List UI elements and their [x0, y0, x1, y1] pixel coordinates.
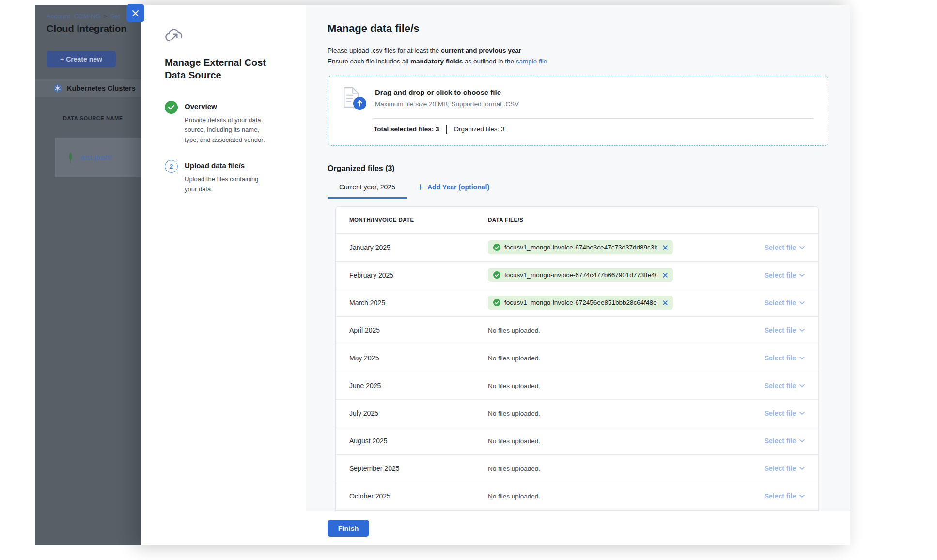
file-success-icon: [493, 299, 500, 306]
page-title: Cloud Integration: [47, 23, 127, 34]
month-row: March 2025focusv1_mongo-invoice-672456ee…: [336, 289, 818, 317]
chevron-down-icon: [799, 301, 805, 305]
step-overview-description: Provide details of your data source, inc…: [185, 115, 272, 145]
organized-files-count: Organized files: 3: [454, 125, 505, 133]
file-success-icon: [493, 271, 500, 279]
plus-icon: [418, 184, 423, 190]
month-row: August 2025No files uploaded.Select file: [336, 427, 818, 455]
file-cell: No files uploaded.: [488, 464, 742, 473]
kubernetes-icon: [53, 84, 62, 93]
dimmed-background-page: Account: CCM-NG>Set Cloud Integration + …: [35, 5, 141, 545]
step-overview[interactable]: Overview Provide details of your data so…: [165, 102, 292, 145]
file-cell: focusv1_mongo-invoice-672456ee851bbb28c6…: [488, 296, 742, 310]
select-file-dropdown[interactable]: Select file: [765, 271, 805, 279]
no-files-text: No files uploaded.: [488, 327, 540, 334]
tab-kubernetes-clusters-label: Kubernetes Clusters: [67, 84, 136, 92]
select-file-label: Select file: [765, 354, 796, 362]
step-overview-label: Overview: [185, 102, 272, 110]
organized-files-heading: Organized files (3): [328, 164, 828, 173]
breadcrumb: Account: CCM-NG>Set: [47, 13, 120, 20]
table-body: January 2025focusv1_mongo-invoice-674be3…: [336, 234, 818, 510]
manage-external-cost-drawer: Manage External Cost Data Source Overvie…: [141, 5, 850, 545]
content-scroll-area[interactable]: Manage data file/s Please upload .csv fi…: [306, 5, 850, 511]
sample-file-link[interactable]: sample file: [516, 58, 547, 65]
breadcrumb-separator: >: [104, 13, 108, 20]
tab-current-year[interactable]: Current year, 2025: [328, 183, 407, 199]
file-cell: No files uploaded.: [488, 436, 742, 445]
instruction-line-2-bold: mandatory fields: [410, 58, 463, 65]
uploaded-file-chip: focusv1_mongo-invoice-674be3ce47c73d37dd…: [488, 240, 673, 254]
select-file-label: Select file: [765, 409, 796, 417]
select-file-label: Select file: [765, 299, 796, 307]
instruction-line-2-text2: as outlined in the: [463, 58, 516, 65]
remove-file-icon[interactable]: [663, 300, 668, 305]
breadcrumb-current: Set: [110, 13, 120, 20]
select-file-dropdown[interactable]: Select file: [765, 382, 805, 389]
uploaded-file-chip: focusv1_mongo-invoice-6774c477b667901d77…: [488, 268, 673, 282]
file-cell: No files uploaded.: [488, 381, 742, 390]
file-success-icon: [493, 244, 500, 251]
drawer-content-panel: Manage data file/s Please upload .csv fi…: [306, 5, 850, 545]
select-file-dropdown[interactable]: Select file: [765, 354, 805, 362]
file-dropzone[interactable]: Drag and drop or click to choose file Ma…: [328, 76, 828, 146]
tab-kubernetes-clusters[interactable]: Kubernetes Clusters: [35, 79, 141, 97]
step-complete-check-icon: [165, 101, 178, 114]
instruction-line-1-text: Please upload .csv files for at least th…: [328, 47, 441, 54]
remove-file-icon[interactable]: [663, 245, 668, 250]
select-file-dropdown[interactable]: Select file: [765, 409, 805, 417]
no-files-text: No files uploaded.: [488, 437, 540, 445]
file-cell: No files uploaded.: [488, 326, 742, 335]
data-source-row[interactable]: test-jbisht: [55, 138, 141, 177]
organized-files-table: MONTH/INVOICE DATE DATA FILE/S January 2…: [335, 206, 819, 511]
no-files-text: No files uploaded.: [488, 382, 540, 389]
select-file-label: Select file: [765, 271, 796, 279]
add-year-button[interactable]: Add Year (optional): [418, 183, 489, 199]
no-files-text: No files uploaded.: [488, 410, 540, 417]
month-row: September 2025No files uploaded.Select f…: [336, 455, 818, 482]
create-new-button[interactable]: + Create new: [47, 51, 116, 67]
select-file-label: Select file: [765, 244, 796, 251]
file-cell: focusv1_mongo-invoice-6774c477b667901d77…: [488, 268, 742, 282]
close-drawer-button[interactable]: [126, 4, 144, 22]
remove-file-icon[interactable]: [663, 273, 668, 278]
select-file-label: Select file: [765, 327, 796, 334]
month-label: October 2025: [349, 492, 488, 500]
dropzone-subtitle: Maximum file size 20 MB; Supported forma…: [375, 100, 519, 108]
data-source-name-link[interactable]: test-jbisht: [81, 154, 111, 161]
month-row: June 2025No files uploaded.Select file: [336, 372, 818, 400]
file-upload-icon: [343, 87, 365, 110]
step-upload-label: Upload data file/s: [185, 161, 272, 170]
month-row: May 2025No files uploaded.Select file: [336, 344, 818, 372]
select-file-label: Select file: [765, 465, 796, 472]
drawer-side-nav: Manage External Cost Data Source Overvie…: [141, 5, 306, 545]
month-row: January 2025focusv1_mongo-invoice-674be3…: [336, 234, 818, 262]
month-label: July 2025: [349, 409, 488, 417]
instruction-line-1: Please upload .csv files for at least th…: [328, 46, 828, 56]
select-file-dropdown[interactable]: Select file: [765, 327, 805, 334]
month-label: June 2025: [349, 382, 488, 389]
select-file-dropdown[interactable]: Select file: [765, 465, 805, 472]
file-name: focusv1_mongo-invoice-6774c477b667901d77…: [504, 271, 657, 279]
select-file-dropdown[interactable]: Select file: [765, 437, 805, 445]
file-cell: No files uploaded.: [488, 409, 742, 418]
upload-instructions: Please upload .csv files for at least th…: [328, 46, 828, 67]
column-month-invoice-date: MONTH/INVOICE DATE: [349, 217, 488, 223]
select-file-label: Select file: [765, 382, 796, 389]
chevron-down-icon: [799, 439, 805, 443]
drawer-footer: Finish: [306, 511, 850, 545]
select-file-dropdown[interactable]: Select file: [765, 244, 805, 251]
select-file-dropdown[interactable]: Select file: [765, 492, 805, 500]
dropzone-title: Drag and drop or click to choose file: [375, 87, 519, 96]
month-row: April 2025No files uploaded.Select file: [336, 317, 818, 344]
file-name: focusv1_mongo-invoice-674be3ce47c73d37dd…: [504, 244, 657, 251]
breadcrumb-account-link[interactable]: Account: CCM-NG: [47, 13, 101, 20]
step-number-badge: 2: [165, 160, 178, 173]
finish-button[interactable]: Finish: [328, 520, 369, 537]
month-label: January 2025: [349, 244, 488, 251]
no-files-text: No files uploaded.: [488, 355, 540, 362]
month-label: February 2025: [349, 271, 488, 279]
chevron-down-icon: [799, 411, 805, 415]
select-file-dropdown[interactable]: Select file: [765, 299, 805, 307]
year-tabs: Current year, 2025 Add Year (optional): [328, 183, 828, 199]
step-upload-data-files[interactable]: 2 Upload data file/s Upload the files co…: [165, 161, 292, 194]
